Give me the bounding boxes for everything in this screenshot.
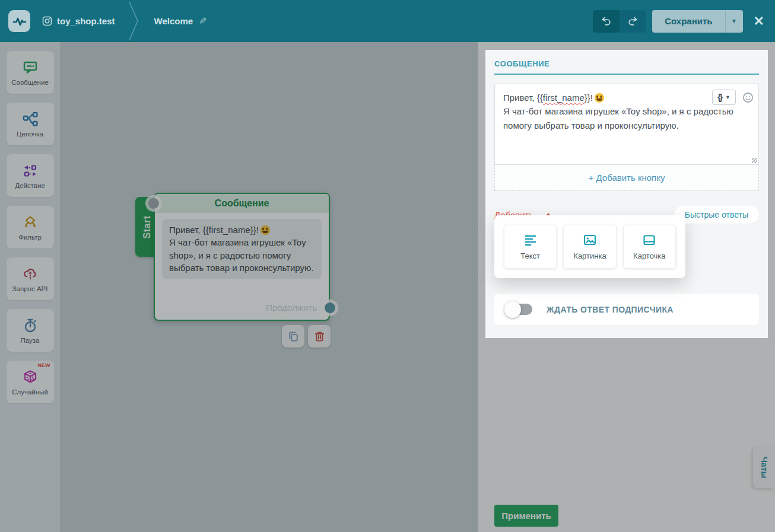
- app-logo[interactable]: [8, 10, 30, 32]
- add-element-dropdown: Текст Картинка Карточка: [494, 215, 685, 278]
- quick-replies-button[interactable]: Быстрые ответы: [674, 206, 759, 224]
- wait-reply-toggle[interactable]: [506, 304, 532, 315]
- breadcrumb-chevron: [128, 0, 140, 42]
- close-icon[interactable]: ✕: [754, 15, 764, 28]
- flow-name: Welcome: [154, 16, 193, 26]
- variable-token: first_name: [543, 93, 585, 103]
- card-icon: [642, 233, 656, 247]
- insert-variable-button[interactable]: {} ▼: [712, 90, 736, 105]
- braces-icon: {}: [717, 93, 722, 102]
- instagram-icon: [42, 16, 52, 26]
- top-bar-actions: Сохранить ▼ ✕: [593, 10, 764, 33]
- save-split-button: Сохранить ▼: [652, 10, 742, 33]
- dropdown-option-card[interactable]: Карточка: [623, 225, 676, 269]
- undo-redo-group: [593, 10, 646, 33]
- dropdown-option-text[interactable]: Текст: [504, 225, 557, 269]
- message-textarea[interactable]: Привет, {{first_name}}! Я чат-бот магази…: [494, 84, 759, 165]
- top-bar: toy_shop.test Welcome ✎ Сохранить ▼ ✕: [0, 0, 775, 42]
- save-button[interactable]: Сохранить: [652, 10, 725, 33]
- section-title: СООБЩЕНИЕ: [494, 50, 759, 68]
- undo-button[interactable]: [593, 10, 620, 33]
- wait-reply-card: ЖДАТЬ ОТВЕТ ПОДПИСЧИКА: [494, 294, 759, 325]
- toggle-knob: [504, 301, 521, 318]
- workspace: Сообщение Цепочка Действие Фильтр Запрос…: [0, 42, 775, 532]
- channel-name: toy_shop.test: [57, 16, 115, 26]
- textarea-controls: {} ▼: [712, 90, 754, 105]
- smiley-outline-icon[interactable]: [742, 92, 754, 103]
- grinning-face-emoji: [595, 93, 604, 103]
- text-lines-icon: [523, 233, 538, 247]
- redo-arrow-icon: [627, 15, 639, 27]
- dropdown-option-image[interactable]: Картинка: [563, 225, 616, 269]
- image-icon: [583, 233, 597, 247]
- channel-breadcrumb[interactable]: toy_shop.test: [42, 16, 115, 26]
- section-rule: [494, 74, 759, 75]
- pulse-logo-icon: [12, 14, 27, 28]
- add-button-button[interactable]: + Добавить кнопку: [494, 164, 759, 191]
- flow-builder-app: toy_shop.test Welcome ✎ Сохранить ▼ ✕: [0, 0, 775, 532]
- save-dropdown-caret[interactable]: ▼: [726, 10, 743, 33]
- pencil-icon[interactable]: ✎: [199, 15, 207, 27]
- flow-title: Welcome ✎: [154, 15, 207, 27]
- undo-arrow-icon: [601, 15, 612, 27]
- wait-reply-label: ЖДАТЬ ОТВЕТ ПОДПИСЧИКА: [547, 305, 674, 314]
- message-settings-section: СООБЩЕНИЕ Привет, {{first_name}}! Я чат-…: [485, 50, 768, 338]
- redo-button[interactable]: [620, 10, 646, 33]
- chevron-down-icon: ▼: [725, 94, 730, 100]
